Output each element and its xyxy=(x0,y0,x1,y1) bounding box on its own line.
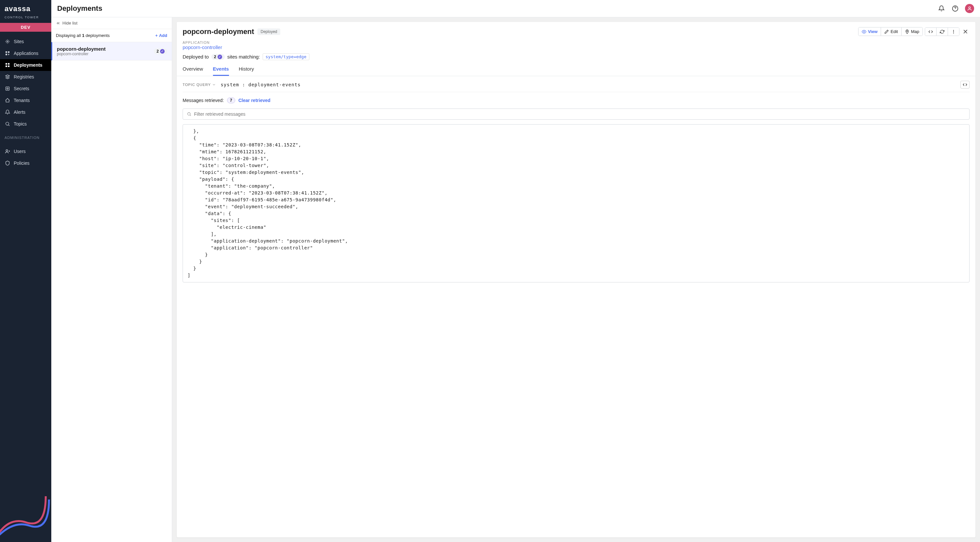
detail-panel: popcorn-deployment Deployed View xyxy=(177,22,975,537)
app-name-link[interactable]: popcorn-controller xyxy=(183,45,970,50)
svg-rect-3 xyxy=(6,54,7,55)
filter-input-wrapper[interactable] xyxy=(183,108,970,120)
deploy-icon xyxy=(5,62,10,68)
more-button[interactable] xyxy=(948,28,959,36)
events-body: TOPIC QUERY system : deployment-events M… xyxy=(177,76,975,537)
check-icon: ✓ xyxy=(160,49,165,54)
match-expression: system/type=edge xyxy=(262,53,309,60)
svg-rect-1 xyxy=(6,51,7,53)
topic-query-value: system : deployment-events xyxy=(221,82,301,87)
list-item-badge: 2 ✓ xyxy=(154,48,167,54)
sidebar-item-tenants[interactable]: Tenants xyxy=(0,94,51,106)
tab-history[interactable]: History xyxy=(239,66,254,76)
detail-tabs: Overview Events History xyxy=(177,60,975,76)
app-section-label: APPLICATION xyxy=(183,40,970,45)
filter-input[interactable] xyxy=(194,112,965,117)
topics-icon xyxy=(5,121,10,127)
add-label: Add xyxy=(159,33,167,38)
user-avatar[interactable] xyxy=(965,4,974,13)
sidebar-item-secrets[interactable]: Secrets xyxy=(0,83,51,94)
alerts-icon xyxy=(5,109,10,115)
plus-icon: + xyxy=(155,33,158,38)
tab-events[interactable]: Events xyxy=(213,66,229,76)
detail-actions: View Edit Map xyxy=(858,27,970,36)
nav-admin: Users Policies xyxy=(0,145,51,169)
eye-icon xyxy=(862,29,866,34)
sidebar-item-applications[interactable]: Applications xyxy=(0,48,51,59)
sites-icon xyxy=(5,38,10,45)
list-item-title: popcorn-deployment xyxy=(57,46,105,52)
sidebar-item-registries[interactable]: Registries xyxy=(0,71,51,83)
event-log[interactable]: }, { "time": "2023-03-08T07:38:41.152Z",… xyxy=(183,124,970,282)
sidebar-item-label: Sites xyxy=(14,39,24,44)
edit-button[interactable]: Edit xyxy=(881,27,901,36)
map-pin-icon xyxy=(905,29,910,34)
apps-icon xyxy=(5,50,10,56)
svg-rect-8 xyxy=(6,87,10,91)
close-button[interactable]: ✕ xyxy=(961,28,970,36)
decorative-swirl xyxy=(0,483,51,542)
retrieved-label: Messages retrieved: xyxy=(183,98,224,103)
detail-header: popcorn-deployment Deployed View xyxy=(177,22,975,60)
registry-icon xyxy=(5,74,10,80)
sidebar-item-users[interactable]: Users xyxy=(0,145,51,157)
sidebar-item-label: Topics xyxy=(14,121,27,126)
content-split: Hide list Displaying all 1 deployments +… xyxy=(51,18,980,542)
hide-list-label: Hide list xyxy=(62,21,78,26)
svg-point-0 xyxy=(7,41,8,42)
sidebar-item-label: Policies xyxy=(14,161,29,166)
svg-point-15 xyxy=(907,30,907,31)
sidebar-item-sites[interactable]: Sites xyxy=(0,36,51,48)
hide-list-toggle[interactable]: Hide list xyxy=(51,18,172,29)
svg-point-16 xyxy=(953,30,954,30)
svg-point-14 xyxy=(863,31,865,32)
topic-query-row: TOPIC QUERY system : deployment-events xyxy=(183,81,970,92)
tab-overview[interactable]: Overview xyxy=(183,66,203,76)
sidebar-item-label: Tenants xyxy=(14,98,30,103)
refresh-button[interactable] xyxy=(937,28,948,36)
list-header: Displaying all 1 deployments + Add xyxy=(51,29,172,42)
deployed-summary: Deployed to 2 ✓ sites matching: system/t… xyxy=(183,53,970,60)
secret-icon xyxy=(5,86,10,91)
code-toggle-button[interactable] xyxy=(925,28,937,36)
topbar: Deployments xyxy=(51,0,980,18)
sidebar-item-label: Users xyxy=(14,149,26,154)
topic-query-toggle[interactable]: TOPIC QUERY xyxy=(183,83,216,87)
list-item[interactable]: popcorn-deployment popcorn-controller 2 … xyxy=(51,42,172,61)
sidebar-item-policies[interactable]: Policies xyxy=(0,157,51,169)
list-panel: Hide list Displaying all 1 deployments +… xyxy=(51,18,172,542)
view-button[interactable]: View xyxy=(859,27,881,36)
policies-icon xyxy=(5,160,10,166)
sidebar-item-alerts[interactable]: Alerts xyxy=(0,106,51,118)
svg-rect-6 xyxy=(8,65,10,67)
sidebar-item-label: Secrets xyxy=(14,86,29,91)
add-button[interactable]: + Add xyxy=(155,33,167,38)
map-button[interactable]: Map xyxy=(902,27,923,36)
list-count-text: Displaying all 1 deployments xyxy=(56,33,110,38)
chevron-left-icon xyxy=(56,21,60,26)
nav-admin-label: ADMINISTRATION xyxy=(0,130,51,142)
page-title: Deployments xyxy=(57,4,102,13)
svg-point-18 xyxy=(953,32,954,33)
sidebar-item-label: Alerts xyxy=(14,110,25,115)
help-icon[interactable] xyxy=(951,5,959,13)
main-area: Deployments Hide list Displaying all 1 xyxy=(51,0,980,542)
clear-retrieved-button[interactable]: Clear retrieved xyxy=(239,98,270,103)
brand-logo: avassa xyxy=(0,0,51,16)
sidebar: avassa CONTROL TOWER DEV Sites Applicati… xyxy=(0,0,51,542)
retrieved-count: 7 xyxy=(227,97,235,103)
sidebar-item-topics[interactable]: Topics xyxy=(0,118,51,130)
env-badge: DEV xyxy=(0,23,51,32)
brand-subtitle: CONTROL TOWER xyxy=(0,16,51,23)
svg-rect-2 xyxy=(8,51,10,53)
sidebar-item-label: Registries xyxy=(14,74,34,80)
code-view-button[interactable] xyxy=(960,81,970,89)
status-pill: Deployed xyxy=(258,29,281,35)
svg-point-11 xyxy=(6,150,8,151)
notifications-icon[interactable] xyxy=(937,5,945,13)
sidebar-item-deployments[interactable]: Deployments xyxy=(0,59,51,71)
svg-point-9 xyxy=(7,88,8,89)
svg-rect-7 xyxy=(6,65,7,67)
users-icon xyxy=(5,148,10,154)
svg-point-17 xyxy=(953,31,954,32)
